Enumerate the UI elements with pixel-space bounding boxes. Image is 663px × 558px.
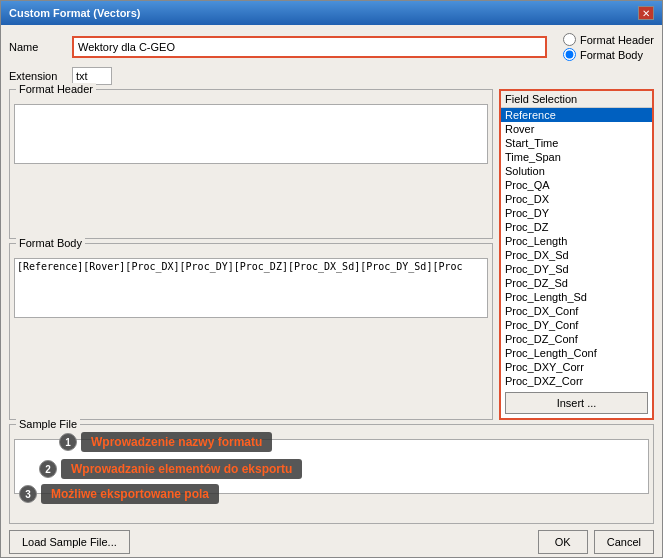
content-area: Name Format Header Format Body Extension (1, 25, 662, 558)
format-body-textarea[interactable]: [Reference][Rover][Proc_DX][Proc_DY][Pro… (14, 258, 488, 318)
annotation-text-2: Wprowadzanie elementów do eksportu (61, 459, 302, 479)
name-input[interactable] (72, 36, 547, 58)
field-item[interactable]: Start_Time (501, 136, 652, 150)
format-header-radio[interactable] (563, 33, 576, 46)
field-item[interactable]: Proc_Length_Conf (501, 346, 652, 360)
field-item[interactable]: Proc_DXZ_Corr (501, 374, 652, 388)
extension-label: Extension (9, 70, 64, 82)
cancel-button[interactable]: Cancel (594, 530, 654, 554)
field-item[interactable]: Proc_DX_Sd (501, 248, 652, 262)
annotation-num-1: 1 (59, 433, 77, 451)
insert-button[interactable]: Insert ... (505, 392, 648, 414)
window-title: Custom Format (Vectors) (9, 7, 140, 19)
annotation-text-1: Wprowadzenie nazwy formatu (81, 432, 272, 452)
format-header-radio-label: Format Header (580, 34, 654, 46)
field-item[interactable]: Proc_DY (501, 206, 652, 220)
left-panel: Format Header Format Body [Reference][Ro… (9, 89, 493, 420)
format-body-radio[interactable] (563, 48, 576, 61)
field-item[interactable]: Proc_DZ_Sd (501, 276, 652, 290)
format-body-group: Format Body [Reference][Rover][Proc_DX][… (9, 243, 493, 420)
main-area: Format Header Format Body [Reference][Ro… (9, 89, 654, 420)
field-item[interactable]: Proc_DZ (501, 220, 652, 234)
annotation-num-3: 3 (19, 485, 37, 503)
annotation-2: 2 Wprowadzanie elementów do eksportu (39, 459, 302, 479)
field-item[interactable]: Proc_DX_Conf (501, 304, 652, 318)
annotation-3: 3 Możliwe eksportowane pola (19, 484, 219, 504)
annotation-text-3: Możliwe eksportowane pola (41, 484, 219, 504)
field-item[interactable]: Proc_DX (501, 192, 652, 206)
field-selection-label: Field Selection (501, 91, 652, 108)
field-item[interactable]: Solution (501, 164, 652, 178)
annotation-1: 1 Wprowadzenie nazwy formatu (59, 432, 272, 452)
name-row: Name Format Header Format Body (9, 33, 654, 61)
field-item[interactable]: Proc_DXY_Corr (501, 360, 652, 374)
format-body-label: Format Body (16, 237, 85, 249)
field-item[interactable]: Proc_DY_Conf (501, 318, 652, 332)
extension-row: Extension (9, 67, 654, 85)
format-body-radio-row: Format Body (563, 48, 654, 61)
format-header-textarea[interactable] (14, 104, 488, 164)
field-item[interactable]: Proc_Length_Sd (501, 290, 652, 304)
format-header-label: Format Header (16, 83, 96, 95)
field-item[interactable]: Time_Span (501, 150, 652, 164)
radio-group: Format Header Format Body (563, 33, 654, 61)
annotation-num-2: 2 (39, 460, 57, 478)
sample-file-label: Sample File (16, 418, 80, 430)
field-item[interactable]: Proc_DY_Sd (501, 262, 652, 276)
title-bar: Custom Format (Vectors) ✕ (1, 1, 662, 25)
close-button[interactable]: ✕ (638, 6, 654, 20)
format-body-radio-label: Format Body (580, 49, 643, 61)
format-header-radio-row: Format Header (563, 33, 654, 46)
main-window: Custom Format (Vectors) ✕ Name Format He… (0, 0, 663, 558)
name-label: Name (9, 41, 64, 53)
field-list[interactable]: ReferenceRoverStart_TimeTime_SpanSolutio… (501, 108, 652, 388)
field-item[interactable]: Reference (501, 108, 652, 122)
field-item[interactable]: Proc_Length (501, 234, 652, 248)
format-header-group: Format Header (9, 89, 493, 239)
field-item[interactable]: Rover (501, 122, 652, 136)
ok-button[interactable]: OK (538, 530, 588, 554)
load-sample-file-button[interactable]: Load Sample File... (9, 530, 130, 554)
bottom-buttons: Load Sample File... OK Cancel (9, 528, 654, 556)
field-item[interactable]: Proc_QA (501, 178, 652, 192)
sample-area-wrapper: Sample File 1 Wprowadzenie nazwy formatu… (9, 424, 654, 524)
field-item[interactable]: Proc_DZ_Conf (501, 332, 652, 346)
field-selection-panel: Field Selection ReferenceRoverStart_Time… (499, 89, 654, 420)
